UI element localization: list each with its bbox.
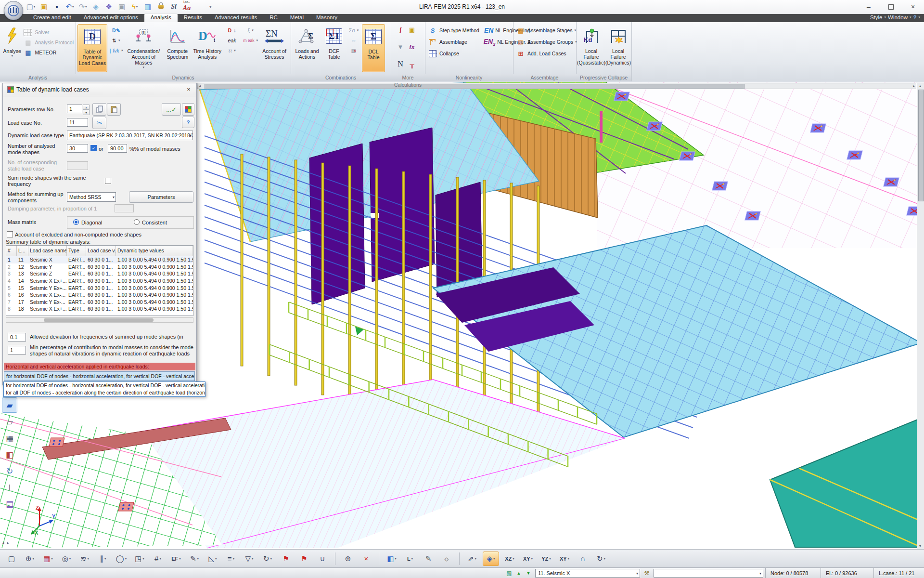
collapse-button[interactable]: ✶Collapse xyxy=(428,49,459,58)
fx-table-icon[interactable]: fx xyxy=(407,42,417,51)
parallel-planes-icon[interactable]: ∥▾ xyxy=(95,552,111,565)
help-button[interactable]: ? xyxy=(182,117,194,128)
displacement-icon[interactable]: D↓ xyxy=(228,26,236,35)
prev-loadcase-icon[interactable]: ▲ xyxy=(514,571,524,576)
open-file-icon[interactable]: ▣▾ xyxy=(39,1,49,12)
zoom-window-icon[interactable]: ◎▾ xyxy=(59,552,74,565)
book-icon[interactable]: ❖▾ xyxy=(104,1,114,12)
dcl-table-button[interactable]: Σ DCL Table xyxy=(362,24,385,72)
page-prev-icon[interactable]: ◂ xyxy=(2,540,4,545)
mode-shapes-input[interactable]: 30 xyxy=(67,144,88,153)
style-menu[interactable]: Style xyxy=(870,14,883,20)
m-eak-icon[interactable]: m eak▾ xyxy=(243,36,258,45)
paste-row-button[interactable] xyxy=(107,103,121,116)
redo-icon[interactable]: ↷▾ xyxy=(78,1,88,12)
scroll-left-icon[interactable]: ◂ xyxy=(199,83,201,89)
filter-icon[interactable]: ▽▾ xyxy=(242,552,257,565)
undo-icon[interactable]: ↶▾ xyxy=(65,1,75,12)
scroll-down-icon[interactable]: ▾ xyxy=(919,544,921,548)
5[interactable]: 5 15 Seismic Y Ex+... EART... 60 30 0 1.… xyxy=(6,284,193,291)
plane-yz-button[interactable]: YZ▾ xyxy=(539,552,554,565)
1[interactable]: 1 11 Seismic X EART... 60 30 0 1... 1.00… xyxy=(6,256,193,263)
assemblage-button[interactable]: Assemblage xyxy=(428,38,467,46)
copy-row-button[interactable] xyxy=(92,103,106,116)
account-of-stresses-button[interactable]: ΣN Account of Stresses xyxy=(260,24,289,72)
select-mode-icon[interactable]: ▢▾ xyxy=(4,552,19,565)
tab-create-and-edit[interactable]: Create and edit xyxy=(27,13,77,22)
fragment-icon[interactable]: ▦▾ xyxy=(40,552,56,565)
pencil-icon[interactable]: ✎▾ xyxy=(421,552,436,565)
tab-metal[interactable]: Metal xyxy=(284,13,310,22)
span-icon[interactable]: ∩▾ xyxy=(575,552,590,565)
save-icon[interactable]: ▪▾ xyxy=(52,1,62,12)
local-failure-quasistatic-button[interactable]: Kd Local Failure (Quasistatic) xyxy=(578,24,604,72)
ellipse-icon[interactable]: ◯▾ xyxy=(114,552,129,565)
account-excluded-checkbox[interactable] xyxy=(7,231,13,237)
assemblage-groups-button[interactable]: ▥Assemblage Groups▾ xyxy=(516,38,577,46)
params-row-input[interactable]: 1 xyxy=(67,105,82,113)
hammer-icon[interactable]: ⚒ xyxy=(642,570,652,577)
2[interactable]: 2 12 Seismic Y EART... 60 30 0 1... 1.00… xyxy=(6,263,193,271)
app-logo[interactable] xyxy=(4,1,23,20)
tab-advanced-results[interactable]: Advanced results xyxy=(208,13,263,22)
condensation-button[interactable]: m Condensation/ Account of Masses ▾ xyxy=(125,24,162,72)
projection-icon[interactable]: ◳▾ xyxy=(132,552,147,565)
method-combo[interactable]: Method SRSS▾ xyxy=(67,192,116,202)
window-menu[interactable]: Window xyxy=(888,14,908,20)
acceleration-combo[interactable]: for horizontal DOF of nodes - horizontal… xyxy=(4,371,195,381)
help-menu[interactable]: ? xyxy=(913,14,916,20)
compute-spectrum-button[interactable]: Compute Spectrum xyxy=(163,24,192,72)
polygon-tool-icon[interactable]: ▱ xyxy=(2,415,17,429)
updown-icon[interactable]: ⇅▾ xyxy=(112,36,120,45)
parameters-button[interactable]: Parameters xyxy=(129,191,193,203)
4[interactable]: 4 14 Seismic X Ex+... EART... 60 30 0 1.… xyxy=(6,277,193,285)
footing-icon[interactable]: ▼ xyxy=(396,42,405,51)
pack-model-icon[interactable]: ◈▾ xyxy=(91,1,101,12)
7[interactable]: 7 17 Seismic Y Ex-... EART... 60 30 0 1.… xyxy=(6,299,193,306)
tab-rc[interactable]: RC xyxy=(263,13,284,22)
pile-curve-icon[interactable]: ʃ xyxy=(396,25,405,34)
dialog-title-bar[interactable]: Table of dynamic load cases × xyxy=(3,83,196,96)
tab-analysis[interactable]: Analysis xyxy=(144,13,178,22)
3[interactable]: 3 13 Seismic Z EART... 60 30 0 1... 1.00… xyxy=(6,270,193,277)
modal-mass-input[interactable]: 90.00 xyxy=(108,144,127,153)
tab-results[interactable]: Results xyxy=(178,13,208,22)
block-tool-icon[interactable]: ◧ xyxy=(2,447,17,462)
orbit-icon[interactable]: ↻▾ xyxy=(593,552,609,565)
fvk-button[interactable]: |fvk▾ xyxy=(109,46,123,55)
erase-icon[interactable]: ×▾ xyxy=(359,552,374,565)
pack-view-icon[interactable]: ↻▾ xyxy=(260,552,275,565)
page-next-icon[interactable]: ▸ xyxy=(7,540,10,545)
min-pct-input[interactable]: 1 xyxy=(8,346,26,355)
plane-xz-button[interactable]: XZ▾ xyxy=(502,552,517,565)
scroll-right-icon[interactable]: ▸ xyxy=(913,83,915,89)
new-file-icon[interactable]: ▢▾ xyxy=(26,1,36,12)
tab-masonry[interactable]: Masonry xyxy=(310,13,344,22)
minimize-button[interactable]: – xyxy=(858,0,880,13)
flag-red-icon[interactable]: ⚑▾ xyxy=(278,552,294,565)
flags-tool-icon[interactable]: ▰ xyxy=(2,397,17,413)
paint-icon[interactable]: ◧▾ xyxy=(384,552,399,565)
accel-option-1[interactable]: for horizontal DOF of nodes - horizontal… xyxy=(4,382,205,389)
zoom-in-icon[interactable]: ⊕▾ xyxy=(340,552,356,565)
mesh-tool-icon[interactable]: ▦ xyxy=(2,431,17,446)
draw-icon[interactable]: ✎▾ xyxy=(187,552,202,565)
summary-table[interactable]: # L... Load case name Type Load case v..… xyxy=(6,245,193,316)
vscroll-thumb[interactable] xyxy=(918,90,924,201)
next-loadcase-icon[interactable]: ▼ xyxy=(524,571,533,576)
cut-row-button[interactable]: ✂ xyxy=(92,117,106,129)
grid-step-icon[interactable]: #▾ xyxy=(150,552,166,565)
rotate-tool-icon[interactable]: ↻ xyxy=(2,464,17,478)
roller-icon[interactable]: ▧ xyxy=(504,570,514,577)
sample-icon[interactable]: ∪▾ xyxy=(315,552,330,565)
add-load-cases-button[interactable]: ⊞Add. Load Cases xyxy=(516,49,566,58)
pile-icon[interactable]: ╥ xyxy=(407,60,417,68)
pipes-icon[interactable]: ≋▾ xyxy=(77,552,92,565)
lock-icon[interactable]: ▾ xyxy=(156,1,166,12)
plane-xy-button[interactable]: XY▾ xyxy=(520,552,536,565)
gear-icon[interactable]: ☼▾ xyxy=(439,552,454,565)
tab-advanced-edit-options[interactable]: Advanced edit options xyxy=(77,13,144,22)
flag-red2-icon[interactable]: ⚑▾ xyxy=(296,552,312,565)
isometric-view-icon[interactable]: ◈▾ xyxy=(483,552,499,566)
diagonal-radio[interactable] xyxy=(73,219,79,225)
